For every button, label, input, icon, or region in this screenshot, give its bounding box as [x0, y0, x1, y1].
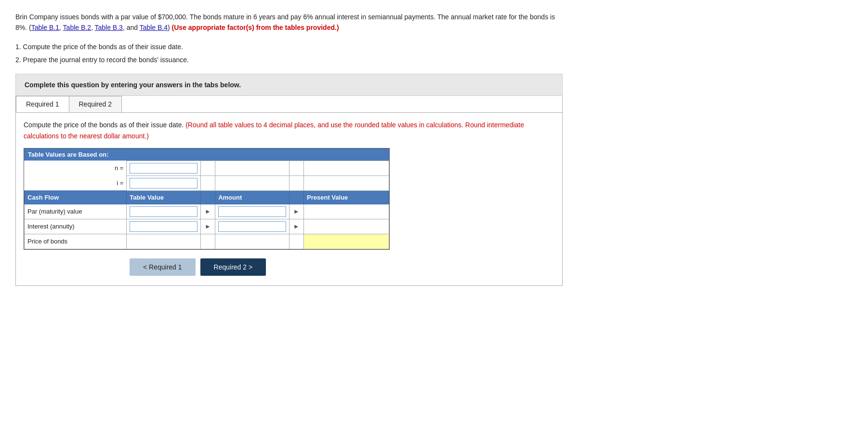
i-input[interactable]: [130, 178, 197, 189]
next-button[interactable]: Required 2 >: [200, 258, 266, 276]
tab-required2[interactable]: Required 2: [69, 96, 122, 112]
complete-box-text: Complete this question by entering your …: [25, 81, 241, 89]
cf-header-row: Cash Flow Table Value Amount Present Val…: [25, 190, 389, 204]
table-b2-link[interactable]: Table B.2: [63, 24, 91, 31]
interest-row: Interest (annuity) ► ►: [25, 219, 389, 234]
interest-tv-cell[interactable]: [127, 219, 200, 234]
instructions: 1. Compute the price of the bonds as of …: [15, 41, 563, 66]
par-amt-input[interactable]: [218, 206, 286, 217]
i-empty3: [289, 175, 304, 190]
interest-pv-input[interactable]: [307, 221, 386, 232]
i-empty2: [215, 175, 289, 190]
interest-amt-cell[interactable]: [215, 219, 289, 234]
col-header-arrow2: [289, 190, 304, 204]
price-arrow-empty: [200, 234, 215, 249]
table-header: Table Values are Based on:: [24, 148, 389, 161]
tabs-container: Required 1 Required 2 Compute the price …: [15, 96, 563, 286]
problem-text: Brin Company issues bonds with a par val…: [15, 12, 563, 33]
n-empty2: [215, 161, 289, 175]
price-pv-cell[interactable]: [304, 234, 389, 249]
complete-box: Complete this question by entering your …: [15, 74, 563, 96]
interest-arrow2: ►: [289, 219, 304, 234]
instruction-2: 2. Prepare the journal entry to record t…: [15, 54, 563, 66]
tab1-desc-main: Compute the price of the bonds as of the…: [24, 121, 184, 129]
par-pv-input[interactable]: [307, 206, 386, 217]
instruction-1: 1. Compute the price of the bonds as of …: [15, 41, 563, 53]
par-pv-cell[interactable]: [304, 204, 389, 219]
n-empty1: [200, 161, 215, 175]
i-label: i =: [25, 175, 127, 190]
col-header-cashflow: Cash Flow: [25, 190, 127, 204]
table-b4-link[interactable]: Table B.4: [140, 24, 168, 31]
par-amt-cell[interactable]: [215, 204, 289, 219]
i-empty1: [200, 175, 215, 190]
n-row: n =: [25, 161, 389, 175]
col-header-tablevalue: Table Value: [127, 190, 200, 204]
par-tv-cell[interactable]: [127, 204, 200, 219]
price-tv-empty: [127, 234, 200, 249]
par-row: Par (maturity) value ► ►: [25, 204, 389, 219]
problem-text-part2: ): [168, 24, 172, 31]
interest-label: Interest (annuity): [25, 219, 127, 234]
nav-buttons: < Required 1 Required 2 >: [24, 258, 554, 276]
par-tv-input[interactable]: [130, 206, 197, 217]
par-label: Par (maturity) value: [25, 204, 127, 219]
col-header-presentvalue: Present Value: [304, 190, 389, 204]
price-row: Price of bonds: [25, 234, 389, 249]
interest-amt-input[interactable]: [218, 221, 286, 232]
col-header-amount: Amount: [215, 190, 289, 204]
par-arrow1: ►: [200, 204, 215, 219]
values-table: n = i = Cash Flo: [24, 161, 389, 249]
col-header-arrow1: [200, 190, 215, 204]
n-label: n =: [25, 161, 127, 175]
table-section: Table Values are Based on: n =: [24, 148, 390, 250]
i-row: i =: [25, 175, 389, 190]
table-b3-link[interactable]: Table B.3: [95, 24, 123, 31]
i-empty4: [304, 175, 389, 190]
par-arrow2: ►: [289, 204, 304, 219]
tab1-content: Compute the price of the bonds as of the…: [16, 113, 562, 285]
i-input-cell[interactable]: [127, 175, 200, 190]
n-input-cell[interactable]: [127, 161, 200, 175]
n-empty4: [304, 161, 389, 175]
n-input[interactable]: [130, 163, 197, 174]
price-label: Price of bonds: [25, 234, 127, 249]
price-arrow2-empty: [289, 234, 304, 249]
n-empty3: [289, 161, 304, 175]
table-b1-link[interactable]: Table B.1: [31, 24, 59, 31]
problem-use-factors: (Use appropriate factor(s) from the tabl…: [172, 24, 339, 31]
interest-pv-cell[interactable]: [304, 219, 389, 234]
prev-button[interactable]: < Required 1: [130, 258, 196, 276]
price-pv-input[interactable]: [307, 236, 386, 247]
price-amt-empty: [215, 234, 289, 249]
tabs-row: Required 1 Required 2: [16, 96, 562, 113]
tab-required1[interactable]: Required 1: [16, 96, 69, 112]
interest-arrow1: ►: [200, 219, 215, 234]
tab1-description: Compute the price of the bonds as of the…: [24, 120, 554, 141]
interest-tv-input[interactable]: [130, 221, 197, 232]
